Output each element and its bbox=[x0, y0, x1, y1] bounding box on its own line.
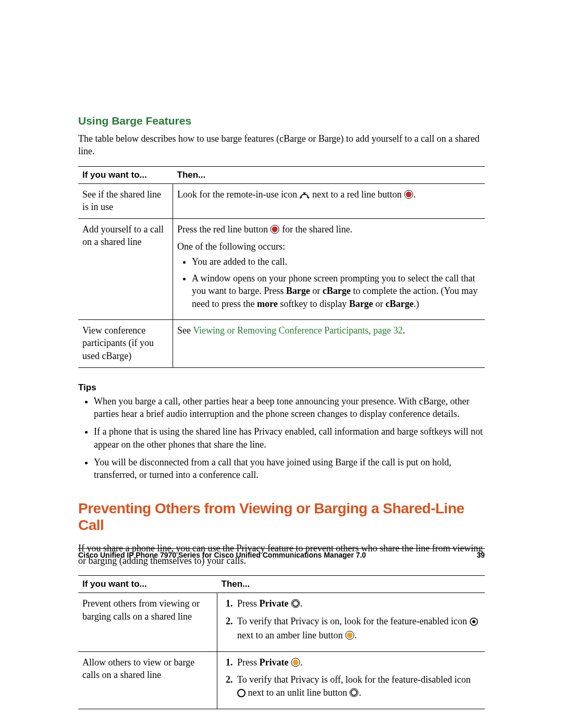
table-row: Add yourself to a call on a shared line … bbox=[78, 219, 485, 320]
page-number: 39 bbox=[476, 551, 485, 559]
barge-table: If you want to... Then... See if the sha… bbox=[78, 166, 485, 368]
table-row: Allow others to view or barge calls on a… bbox=[78, 652, 485, 709]
barge-r3-if: View conference participants (if you use… bbox=[78, 319, 173, 367]
tips-list: When you barge a call, other parties hea… bbox=[78, 395, 485, 482]
unlit-line-button-icon bbox=[291, 599, 300, 611]
svg-point-12 bbox=[238, 689, 245, 697]
barge-th-if: If you want to... bbox=[78, 166, 173, 183]
page-footer: Cisco Unified IP Phone 7970 Series for C… bbox=[78, 548, 485, 559]
priv-r1-then: Press Private . To verify that Privacy i… bbox=[217, 593, 485, 652]
barge-r1-then: Look for the remote-in-use icon next to … bbox=[173, 183, 485, 219]
privacy-table: If you want to... Then... Prevent others… bbox=[78, 575, 485, 709]
svg-point-9 bbox=[347, 632, 352, 638]
list-item: To verify that Privacy is off, look for … bbox=[235, 673, 481, 700]
svg-point-1 bbox=[406, 191, 411, 197]
feature-enabled-icon bbox=[470, 616, 478, 629]
list-item: You will be disconnected from a call tha… bbox=[94, 456, 485, 482]
list-item: If a phone that is using the shared line… bbox=[94, 425, 485, 451]
red-line-button-icon bbox=[404, 190, 413, 202]
list-item: A window opens on your phone screen prom… bbox=[192, 272, 481, 310]
unlit-line-button-icon bbox=[349, 688, 359, 700]
priv-th-then: Then... bbox=[217, 576, 485, 593]
amber-line-button-icon bbox=[345, 631, 354, 643]
table-row: Prevent others from viewing or barging c… bbox=[78, 593, 485, 652]
amber-line-button-icon bbox=[291, 658, 300, 670]
barge-r1-if: See if the shared line is in use bbox=[78, 183, 173, 219]
remote-in-use-icon bbox=[299, 190, 310, 202]
list-item: Press Private . bbox=[235, 656, 481, 670]
priv-r1-if: Prevent others from viewing or barging c… bbox=[78, 593, 217, 652]
svg-point-7 bbox=[472, 620, 475, 623]
heading-tips: Tips bbox=[78, 382, 485, 393]
feature-disabled-icon bbox=[237, 688, 246, 700]
barge-r2-if: Add yourself to a call on a shared line bbox=[78, 219, 173, 320]
red-line-button-icon bbox=[270, 225, 279, 237]
barge-r2-then: Press the red line button for the shared… bbox=[173, 219, 485, 320]
footer-title: Cisco Unified IP Phone 7970 Series for C… bbox=[78, 551, 366, 559]
list-item: To verify that Privacy is on, look for t… bbox=[235, 615, 481, 644]
svg-point-11 bbox=[292, 660, 298, 665]
barge-intro-paragraph: The table below describes how to use bar… bbox=[78, 132, 485, 158]
priv-r2-if: Allow others to view or barge calls on a… bbox=[78, 652, 217, 709]
list-item: Press Private . bbox=[235, 597, 481, 611]
list-item: When you barge a call, other parties hea… bbox=[94, 395, 485, 421]
priv-r2-then: Press Private . To verify that Privacy i… bbox=[217, 652, 485, 709]
heading-privacy: Preventing Others from Viewing or Bargin… bbox=[78, 500, 485, 534]
table-row: View conference participants (if you use… bbox=[78, 319, 485, 367]
svg-point-5 bbox=[292, 601, 298, 607]
priv-th-if: If you want to... bbox=[78, 576, 217, 593]
page-content: Using Barge Features The table below des… bbox=[78, 115, 485, 724]
list-item: You are added to the call. bbox=[192, 255, 481, 268]
svg-point-14 bbox=[351, 689, 357, 695]
barge-r3-then: See Viewing or Removing Conference Parti… bbox=[173, 319, 485, 367]
heading-using-barge: Using Barge Features bbox=[78, 115, 485, 127]
barge-th-then: Then... bbox=[173, 166, 485, 183]
table-row: See if the shared line is in use Look fo… bbox=[78, 183, 485, 219]
link-view-conf-participants[interactable]: Viewing or Removing Conference Participa… bbox=[193, 325, 402, 336]
svg-point-3 bbox=[272, 227, 278, 232]
